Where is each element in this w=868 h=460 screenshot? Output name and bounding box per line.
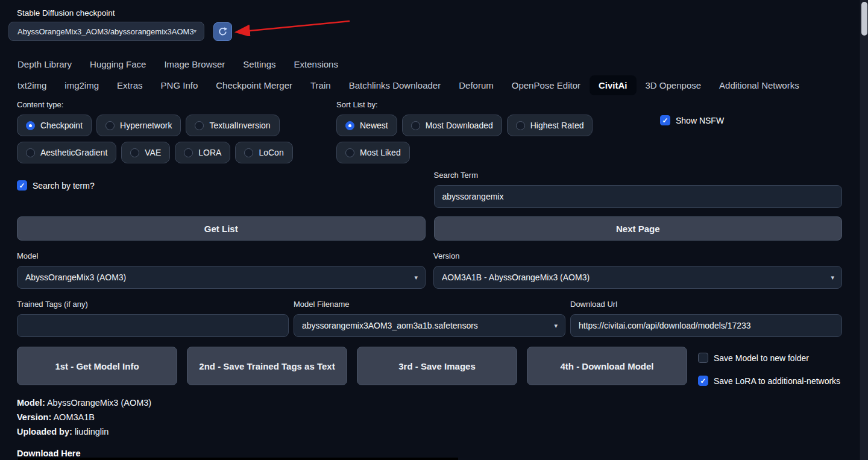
tab-txt2img[interactable]: txt2img [8, 75, 55, 95]
caret-down-icon: ▾ [193, 28, 197, 34]
radio-label: Hypernetwork [120, 121, 172, 130]
model-select[interactable]: AbyssOrangeMix3 (AOM3) ▾ [17, 266, 426, 289]
radio-dot-icon [244, 148, 253, 157]
tab-checkpoint-merger[interactable]: Checkpoint Merger [207, 75, 301, 95]
radio-label: Checkpoint [40, 121, 83, 130]
checkbox-unchecked-icon [698, 353, 708, 363]
radio-lora[interactable]: LORA [175, 142, 230, 163]
search-by-term-label: Search by term? [33, 181, 95, 191]
radio-label: LoCon [259, 148, 283, 157]
refresh-icon [218, 27, 228, 37]
get-list-button[interactable]: Get List [17, 216, 426, 241]
checkbox-checked-icon: ✓ [17, 180, 27, 191]
radio-label: LORA [198, 148, 221, 157]
download-url-input[interactable] [570, 314, 842, 337]
tab-hugging-face[interactable]: Hugging Face [81, 54, 155, 74]
sort-label: Sort List by: [336, 100, 653, 109]
checkpoint-select[interactable]: AbyssOrangeMix3_AOM3/abyssorangemix3AOM3… [8, 22, 204, 41]
radio-dot-icon [345, 121, 354, 130]
model-info-block: Model: AbyssOrangeMix3 (AOM3) Version: A… [17, 398, 842, 458]
civitai-panel: Content type: Checkpoint Hypernetwork Te… [0, 100, 868, 458]
caret-down-icon: ▾ [831, 274, 834, 281]
radio-label: Highest Rated [530, 121, 584, 130]
model-select-value: AbyssOrangeMix3 (AOM3) [25, 273, 126, 282]
checkpoint-bar: Stable Diffusion checkpoint AbyssOrangeM… [0, 0, 868, 41]
download-here-heading: Download Here [17, 449, 842, 458]
scrollbar[interactable] [860, 0, 868, 460]
version-select[interactable]: AOM3A1B - AbyssOrangeMix3 (AOM3) ▾ [433, 266, 842, 289]
tab-png-info[interactable]: PNG Info [152, 75, 207, 95]
tab-deforum[interactable]: Deforum [450, 75, 503, 95]
radio-hypernetwork[interactable]: Hypernetwork [96, 115, 181, 136]
model-info-model-value: AbyssOrangeMix3 (AOM3) [47, 398, 151, 408]
radio-most-downloaded[interactable]: Most Downloaded [402, 115, 502, 136]
save-lora-additional-networks-label: Save LoRA to additional-networks [714, 376, 840, 386]
below-fold-content [18, 458, 458, 460]
tab-img2img[interactable]: img2img [55, 75, 108, 95]
next-page-button[interactable]: Next Page [434, 216, 843, 241]
model-filename-select[interactable]: abyssorangemix3AOM3_aom3a1b.safetensors … [294, 314, 565, 337]
version-label: Version [433, 251, 842, 260]
radio-dot-icon [130, 148, 139, 157]
search-by-term-checkbox[interactable]: ✓ Search by term? [17, 180, 426, 191]
tab-batchlinks-downloader[interactable]: Batchlinks Downloader [340, 75, 450, 95]
checkbox-checked-icon: ✓ [660, 115, 670, 125]
primary-tab-bar: txt2img img2img Extras PNG Info Checkpoi… [0, 75, 868, 95]
scrollbar-thumb[interactable] [861, 2, 867, 36]
radio-textualinversion[interactable]: TextualInversion [186, 115, 279, 136]
model-info-version-label: Version: [17, 412, 51, 422]
model-filename-label: Model Filename [294, 300, 565, 309]
checkpoint-label: Stable Diffusion checkpoint [17, 8, 860, 17]
caret-down-icon: ▾ [414, 274, 418, 281]
radio-aestheticgradient[interactable]: AestheticGradient [17, 142, 116, 163]
model-info-uploader-value: liudinglin [75, 427, 108, 436]
tab-depth-library[interactable]: Depth Library [8, 54, 81, 74]
caret-down-icon: ▾ [554, 323, 558, 329]
sort-radio-group: Newest Most Downloaded Highest Rated Mos… [336, 115, 653, 163]
radio-label: Newest [360, 121, 388, 130]
radio-most-liked[interactable]: Most Liked [336, 142, 410, 163]
model-info-model: Model: AbyssOrangeMix3 (AOM3) [17, 398, 842, 408]
tab-extras[interactable]: Extras [108, 75, 152, 95]
tab-additional-networks[interactable]: Additional Networks [710, 75, 808, 95]
save-lora-additional-networks-checkbox[interactable]: ✓ Save LoRA to additional-networks [698, 376, 842, 386]
download-url-label: Download Url [570, 300, 842, 309]
check-icon: ✓ [662, 117, 668, 124]
radio-locon[interactable]: LoCon [235, 142, 292, 163]
refresh-checkpoint-button[interactable] [213, 22, 232, 41]
radio-label: AestheticGradient [40, 148, 107, 157]
radio-dot-icon [26, 148, 35, 157]
radio-dot-icon [345, 148, 354, 157]
tab-settings[interactable]: Settings [234, 54, 285, 74]
tab-3d-openpose[interactable]: 3D Openpose [637, 75, 711, 95]
radio-newest[interactable]: Newest [336, 115, 397, 136]
content-type-label: Content type: [17, 100, 336, 109]
search-term-input[interactable] [434, 185, 843, 208]
tab-train[interactable]: Train [301, 75, 340, 95]
tab-civitai[interactable]: CivitAi [590, 75, 637, 95]
show-nsfw-checkbox[interactable]: ✓ Show NSFW [660, 115, 842, 125]
tab-image-browser[interactable]: Image Browser [155, 54, 234, 74]
model-info-uploader: Uploaded by: liudinglin [17, 427, 842, 436]
radio-dot-icon [516, 121, 525, 130]
download-model-button[interactable]: 4th - Download Model [527, 347, 687, 385]
radio-checkpoint[interactable]: Checkpoint [17, 115, 92, 136]
save-images-button[interactable]: 3rd - Save Images [357, 347, 517, 385]
tab-openpose-editor[interactable]: OpenPose Editor [503, 75, 590, 95]
get-model-info-button[interactable]: 1st - Get Model Info [17, 347, 177, 385]
radio-highest-rated[interactable]: Highest Rated [507, 115, 593, 136]
radio-label: Most Liked [360, 148, 401, 157]
model-info-version-value: AOM3A1B [53, 412, 95, 422]
content-type-radio-group: Checkpoint Hypernetwork TextualInversion… [17, 115, 336, 163]
radio-dot-icon [105, 121, 115, 130]
save-trained-tags-button[interactable]: 2nd - Save Trained Tags as Text [187, 347, 347, 385]
checkpoint-select-value: AbyssOrangeMix3_AOM3/abyssorangemix3AOM3… [17, 27, 193, 36]
trained-tags-input[interactable] [17, 314, 289, 337]
version-select-value: AOM3A1B - AbyssOrangeMix3 (AOM3) [442, 273, 590, 282]
radio-vae[interactable]: VAE [121, 142, 170, 163]
show-nsfw-label: Show NSFW [676, 116, 724, 125]
tab-extensions[interactable]: Extensions [285, 54, 347, 74]
save-model-new-folder-checkbox[interactable]: Save Model to new folder [698, 347, 842, 363]
app-window: Stable Diffusion checkpoint AbyssOrangeM… [0, 0, 868, 460]
trained-tags-label: Trained Tags (if any) [17, 300, 289, 309]
